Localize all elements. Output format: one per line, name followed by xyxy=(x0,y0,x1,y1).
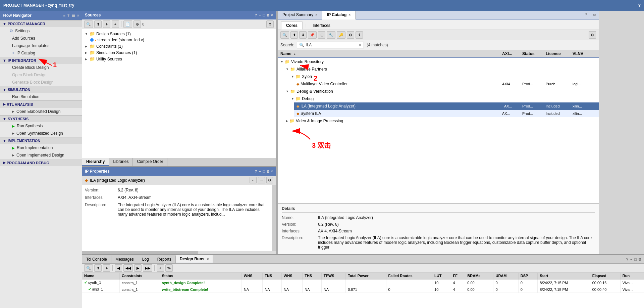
sidebar-item-open-synthesized-design[interactable]: ▶ Open Synthesized Design xyxy=(0,130,82,137)
th-start[interactable]: Start xyxy=(538,273,590,279)
ip-grid-btn[interactable]: ⊞ xyxy=(318,31,325,39)
sources-add-btn[interactable]: + xyxy=(112,20,119,28)
runs-prev-btn[interactable]: ◀ xyxy=(115,264,122,272)
sidebar-item-synthesis[interactable]: ▼ SYNTHESIS xyxy=(0,115,82,122)
ip-prop-close-btn[interactable]: × xyxy=(271,169,273,173)
tab-hierarchy[interactable]: Hierarchy xyxy=(82,158,109,166)
col-name-header[interactable]: Name ▲ xyxy=(280,51,502,56)
sidebar-item-ip-integrator[interactable]: ▼ IP INTEGRATOR xyxy=(0,57,82,64)
tab-tcl-console[interactable]: Tcl Console xyxy=(82,256,111,263)
list-item[interactable]: ◆ Multilayer Video Controller AXI4 Prod.… xyxy=(294,80,599,88)
sources-help-btn[interactable]: ? xyxy=(255,13,257,17)
ip-prop-back-btn[interactable]: ← xyxy=(250,177,257,183)
sidebar-item-simulation[interactable]: ▼ SIMULATION xyxy=(0,86,82,93)
th-tpws[interactable]: TPWS xyxy=(321,273,345,279)
ip-expand-btn[interactable]: ⬇ xyxy=(299,31,307,39)
bottom-maximize-btn[interactable]: ⧉ xyxy=(639,257,641,262)
ip-sub-tab-interfaces[interactable]: Interfaces xyxy=(308,21,335,30)
tree-item-constraints[interactable]: ▶ 📁 Constraints (1) xyxy=(82,43,276,49)
sidebar-item-add-sources[interactable]: Add Sources xyxy=(0,35,82,42)
nav-ctrl-1[interactable]: ≡ xyxy=(63,13,65,18)
tab-reports[interactable]: Reports xyxy=(153,256,176,263)
ila-ax-btn[interactable]: AX... xyxy=(502,104,514,108)
help-button[interactable]: ? xyxy=(638,3,641,8)
sidebar-item-open-implemented-design[interactable]: ▶ Open Implemented Design xyxy=(0,151,82,159)
th-run[interactable]: Run xyxy=(620,273,644,279)
list-item[interactable]: ▼ 📁 Alliance Partners xyxy=(283,65,599,73)
th-constraints[interactable]: Constraints xyxy=(119,273,160,279)
col-ax-header[interactable]: AXI... xyxy=(502,51,522,56)
ip-prop-gear-btn[interactable]: ⚙ xyxy=(266,177,273,183)
design-runs-close-btn[interactable]: × xyxy=(207,257,209,261)
th-whs[interactable]: WHS xyxy=(281,273,302,279)
th-ths[interactable]: THS xyxy=(303,273,322,279)
ip-info-btn[interactable]: ℹ xyxy=(356,31,363,39)
list-item[interactable]: ▼ 📁 Vivado Repository xyxy=(278,58,599,65)
th-elapsed[interactable]: Elapsed xyxy=(590,273,620,279)
ip-catalog-minimize-btn[interactable]: □ xyxy=(589,13,591,17)
runs-percent-btn[interactable]: % xyxy=(165,264,173,272)
list-item[interactable]: ▼ 📁 Debug xyxy=(288,95,599,102)
sidebar-item-open-block-design[interactable]: Open Block Design xyxy=(0,71,82,79)
tree-item-utility-sources[interactable]: ▶ 📁 Utility Sources xyxy=(82,56,276,62)
ip-prop-scrollbar[interactable] xyxy=(272,185,276,251)
sources-maximize-btn[interactable]: ⧉ xyxy=(267,13,269,17)
ip-search-btn[interactable]: 🔍 xyxy=(280,31,289,39)
sidebar-item-open-elaborated-design[interactable]: ▶ Open Elaborated Design xyxy=(0,108,82,115)
sidebar-item-run-implementation[interactable]: ▶ Run Implementation xyxy=(0,144,82,151)
runs-first-btn[interactable]: ◀◀ xyxy=(123,264,133,272)
th-ff[interactable]: FF xyxy=(451,273,465,279)
sources-minimize-btn[interactable]: − xyxy=(259,13,261,17)
th-name[interactable]: Name xyxy=(82,273,119,279)
list-item[interactable]: ▶ 📁 Video & Image Processing xyxy=(283,117,599,125)
table-row[interactable]: ✔ synth_1 constrs_1 synth_design Complet… xyxy=(82,279,644,286)
runs-search-btn[interactable]: 🔍 xyxy=(84,264,93,272)
th-tns[interactable]: TNS xyxy=(263,273,282,279)
project-summary-close-btn[interactable]: × xyxy=(315,13,317,17)
ip-wrench-btn[interactable]: 🔧 xyxy=(327,31,335,39)
ip-gear-btn[interactable]: ⚙ xyxy=(347,31,354,39)
ip-search-clear-btn[interactable]: ✕ xyxy=(359,43,362,47)
ip-prop-help-btn[interactable]: ? xyxy=(255,169,257,173)
ip-sub-tab-cores[interactable]: Cores xyxy=(281,21,303,30)
list-item[interactable]: ▼ 📁 Xylon xyxy=(288,73,599,80)
runs-play-btn[interactable]: ▶ xyxy=(134,264,142,272)
th-failed-routes[interactable]: Failed Routes xyxy=(386,273,432,279)
sidebar-item-project-manager[interactable]: ▼ PROJECT MANAGER xyxy=(0,20,82,27)
list-item[interactable]: ▼ 📁 Debug & Verification xyxy=(283,88,599,95)
tree-item-design-sources[interactable]: ▼ 📁 Design Sources (1) xyxy=(82,31,276,37)
col-status-header[interactable]: Status xyxy=(522,51,546,56)
th-lut[interactable]: LUT xyxy=(432,273,451,279)
ip-collapse-btn[interactable]: ⬆ xyxy=(290,31,298,39)
list-item[interactable]: ◆ ILA (Integrated Logic Analyzer) AX... … xyxy=(294,102,599,110)
bottom-help-btn[interactable]: ? xyxy=(626,257,628,262)
runs-add-btn[interactable]: + xyxy=(157,264,164,272)
th-brams[interactable]: BRAMs xyxy=(465,273,493,279)
th-status[interactable]: Status xyxy=(160,273,241,279)
sources-refresh-btn[interactable]: ⊙ xyxy=(133,20,141,28)
ip-pin-btn[interactable]: 📌 xyxy=(308,31,317,39)
ip-search-value[interactable]: ILA xyxy=(306,43,357,47)
bottom-restore-btn[interactable]: □ xyxy=(634,257,637,262)
sidebar-item-create-block-design[interactable]: Create Block Design xyxy=(0,64,82,71)
tab-compile-order[interactable]: Compile Order xyxy=(133,158,167,166)
tree-item-stream-led[interactable]: ▪ stream_led (stream_led.v) xyxy=(88,37,276,43)
ip-key-btn[interactable]: 🔑 xyxy=(337,31,345,39)
tab-design-runs[interactable]: Design Runs × xyxy=(176,255,213,263)
tree-item-simulation-sources[interactable]: ▶ 📁 Simulation Sources (1) xyxy=(82,49,276,56)
ip-settings-btn[interactable]: ⚙ xyxy=(589,31,596,39)
sources-search-btn[interactable]: 🔍 xyxy=(84,20,93,28)
ip-catalog-help-btn[interactable]: ? xyxy=(585,13,587,17)
ip-prop-minimize-btn[interactable]: − xyxy=(259,169,261,173)
runs-expand-btn[interactable]: ⬇ xyxy=(103,264,110,272)
sources-restore-btn[interactable]: □ xyxy=(263,13,265,17)
bottom-minimize-btn[interactable]: − xyxy=(630,257,632,262)
th-total-power[interactable]: Total Power xyxy=(346,273,386,279)
th-dsp[interactable]: DSP xyxy=(518,273,538,279)
ip-catalog-maximize-btn[interactable]: ⧉ xyxy=(593,13,596,17)
runs-next-btn[interactable]: ▶▶ xyxy=(143,264,152,272)
ip-prop-restore-btn[interactable]: □ xyxy=(263,169,265,173)
tab-ip-catalog[interactable]: IP Catalog × xyxy=(322,11,356,19)
col-vlnv-header[interactable]: VLNV xyxy=(573,51,596,56)
sources-gear-btn[interactable]: ⚙ xyxy=(266,20,274,28)
